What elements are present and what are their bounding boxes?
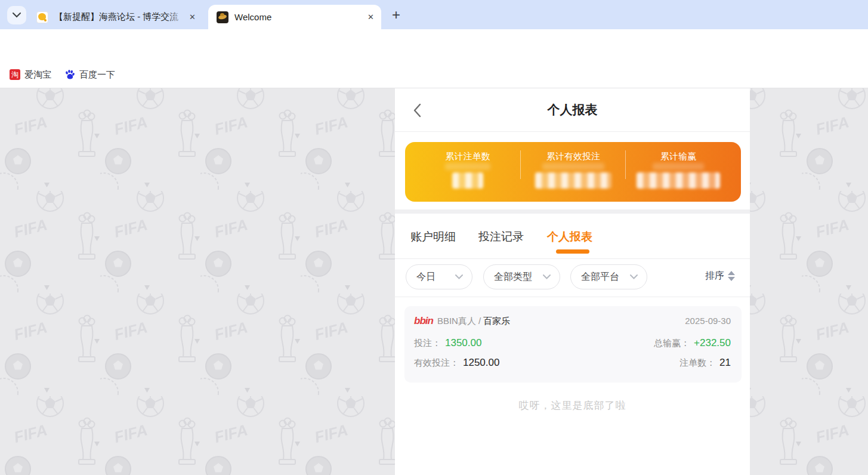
sort-arrows-icon [728,271,735,281]
censored-value [445,163,490,170]
censored-value [452,172,483,189]
win-label: 总输赢： [654,338,690,349]
date-filter-dropdown[interactable]: 今日 [406,264,472,289]
tab-bet-records[interactable]: 投注记录 [478,229,524,245]
tab-title: 【新提醒】海燕论坛 - 博学交流 [54,11,178,21]
tab-welcome[interactable]: Welcome ✕ [208,5,381,29]
sort-label: 排序 [705,270,724,282]
chevron-down-icon [455,274,463,279]
stat-label: 累计有效投注 [521,151,626,162]
count-label: 注单数： [679,357,715,369]
stat-total-bets: 累计注单数 [415,142,520,202]
stat-label: 累计注单数 [415,151,520,162]
chevron-down-icon [543,274,551,279]
filter-bar: 今日 全部类型 全部平台 [395,259,750,297]
tab-forum[interactable]: 【新提醒】海燕论坛 - 博学交流 ✕ [33,5,203,29]
page-content: FIFA [0,88,868,475]
forum-favicon-icon [36,11,48,23]
platform-filter-dropdown[interactable]: 全部平台 [570,264,647,289]
win-value: +232.50 [694,337,731,349]
censored-value [637,172,720,189]
record-game: 百家乐 [483,316,510,327]
divider [625,150,626,179]
stat-label: 累计输赢 [626,151,731,162]
toolbar: 175616.cc/reports/index?tab=1 [0,29,868,61]
report-tabs: 账户明细 投注记录 个人报表 [395,214,750,259]
chevron-down-icon [630,274,638,279]
bet-value: 1350.00 [445,337,481,349]
tab-strip: 【新提醒】海燕论坛 - 博学交流 ✕ Welcome ✕ + [0,0,868,29]
record-valid-row: 有效投注： 1250.00 注单数： 21 [414,357,731,369]
bookmark-label: 爱淘宝 [24,69,51,81]
stat-win-loss: 累计输赢 [626,142,731,202]
bookmarks-bar: 淘 爱淘宝 百度一下 [0,61,868,88]
count-value: 21 [719,357,731,369]
section-gap [395,209,750,214]
sort-button[interactable]: 排序 [705,270,735,282]
bookmark-label: 百度一下 [79,69,115,81]
platform-filter-value: 全部平台 [581,271,619,283]
censored-value [535,172,611,189]
browser-window: 【新提醒】海燕论坛 - 博学交流 ✕ Welcome ✕ + [0,0,868,475]
tab-personal-report[interactable]: 个人报表 [547,229,592,245]
bookmark-baidu[interactable]: 百度一下 [64,67,115,82]
type-filter-value: 全部类型 [494,271,532,283]
report-record-card[interactable]: bbin BBIN真人 / 百家乐 2025-09-30 投注： 1350.00… [404,306,742,383]
record-header-row: bbin BBIN真人 / 百家乐 2025-09-30 [414,315,731,327]
end-of-list-text: 哎呀，这里是底部了啦 [395,399,750,412]
new-tab-button[interactable]: + [388,7,404,23]
type-filter-dropdown[interactable]: 全部类型 [483,264,560,289]
record-provider: BBIN真人 [437,316,476,327]
valid-bet-label: 有效投注： [414,357,459,369]
valid-bet-value: 1250.00 [463,357,499,369]
tab-title: Welcome [234,12,271,22]
report-header: 个人报表 [395,88,750,132]
censored-value [653,163,704,170]
bookmark-taobao[interactable]: 淘 爱淘宝 [10,67,51,82]
divider [520,150,521,179]
bet-label: 投注： [414,338,441,349]
record-bet-row: 投注： 1350.00 总输赢： +232.50 [414,337,731,349]
censored-value [542,163,604,170]
stats-card: 累计注单数 累计有效投注 累计输赢 [405,142,741,202]
page-title: 个人报表 [395,101,750,118]
welcome-favicon-icon [217,11,228,23]
tab-account-detail[interactable]: 账户明细 [410,229,456,245]
chevron-down-icon [13,13,21,18]
record-date: 2025-09-30 [685,316,731,326]
taobao-icon: 淘 [10,69,20,80]
baidu-paw-icon [64,69,75,80]
separator: / [478,316,481,326]
active-tab-underline [556,249,589,254]
close-icon[interactable]: ✕ [189,13,196,21]
close-icon[interactable]: ✕ [367,13,374,21]
report-panel: 个人报表 累计注单数 累计有效投注 累计输赢 [395,88,750,475]
stat-valid-bets: 累计有效投注 [521,142,626,202]
date-filter-value: 今日 [416,271,435,283]
tab-search-button[interactable] [7,6,26,24]
bbin-logo: bbin [414,315,433,327]
